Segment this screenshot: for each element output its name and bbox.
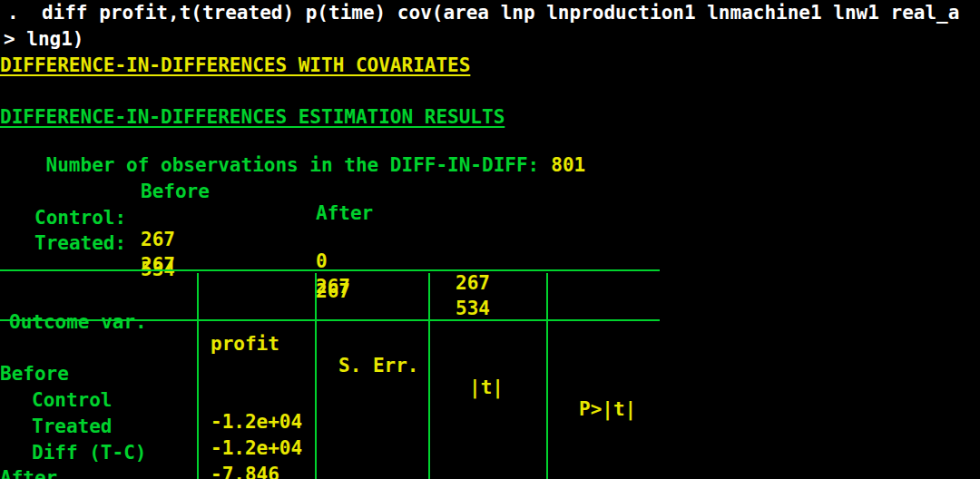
covariates-title: DIFFERENCE-IN-DIFFERENCES WITH COVARIATE… <box>0 54 980 76</box>
table-header-row: Outcome var. profit S. Err. |t| P>|t| <box>0 289 980 311</box>
command-line-1: . diff profit,t(treated) p(time) cov(are… <box>7 2 980 24</box>
command-line-2: > lng1) <box>4 28 980 50</box>
table-row: Diff (T-C) -7.846 1403.252 -0.01 0.996 <box>0 420 980 442</box>
table-row: Control -1.2e+04 <box>0 367 980 389</box>
table-row: After <box>0 445 980 467</box>
table-row: Before <box>0 341 980 363</box>
table-row: Control -1.2e+04 <box>0 472 980 479</box>
table-row: Treated -1.2e+04 <box>0 394 980 415</box>
results-title: DIFFERENCE-IN-DIFFERENCES ESTIMATION RES… <box>0 106 980 128</box>
observations-line: Number of observations in the DIFF-IN-DI… <box>0 132 980 154</box>
terminal-window[interactable]: . diff profit,t(treated) p(time) cov(are… <box>0 0 980 479</box>
header-outcome-var: Outcome var. <box>9 311 147 333</box>
counts-row-treated: Treated: 267 267 534 <box>0 210 980 232</box>
table-top-rule <box>0 269 660 271</box>
counts-row-control: Control: 267 0 267 <box>0 185 980 207</box>
counts-row-totals: 534 267 <box>0 237 980 259</box>
counts-header-row: Before After <box>0 159 980 181</box>
